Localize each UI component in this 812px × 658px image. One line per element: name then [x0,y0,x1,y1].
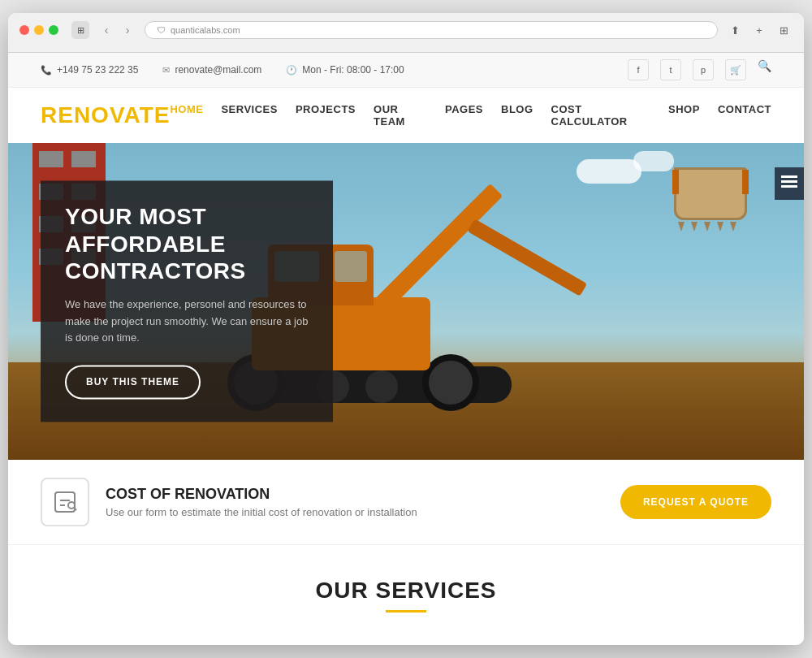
request-quote-button[interactable]: REQUEST A QUOTE [620,485,771,519]
grid-view-button[interactable]: ⊞ [71,21,89,39]
minimize-button[interactable] [34,25,44,35]
nav-blog[interactable]: BLOG [501,103,533,128]
email-icon: ✉ [162,65,170,76]
nav-links: HOME SERVICES PROJECTS OUR TEAM PAGES BL… [170,103,771,128]
svg-point-6 [68,502,75,509]
maximize-button[interactable] [49,25,58,35]
nav-buttons: ‹ › [97,21,136,39]
browser-controls: ⊞ ‹ › 🛡 quanticalabs.com ⬆ + ⊞ [19,21,793,39]
twitter-icon[interactable]: t [660,59,681,80]
forward-button[interactable]: › [119,21,136,39]
security-icon: 🛡 [157,25,166,35]
browser-chrome: ⊞ ‹ › 🛡 quanticalabs.com ⬆ + ⊞ [8,13,804,53]
nav-our-team[interactable]: OUR TEAM [374,103,427,128]
renovation-icon [41,478,89,526]
nav-services[interactable]: SERVICES [221,103,278,128]
nav-contact[interactable]: CONTACT [718,103,771,128]
browser-actions: ⬆ + ⊞ [726,21,793,39]
mid-wheel-2 [365,370,398,403]
navbar: RENOVATE HOME SERVICES PROJECTS OUR TEAM… [8,88,804,143]
facebook-icon[interactable]: f [628,59,649,80]
tabs-overview-button[interactable]: ⊞ [775,21,793,39]
back-button[interactable]: ‹ [97,21,115,39]
sidebar-toggle-button[interactable] [775,167,804,200]
hero-subtitle: We have the experience, personel and res… [65,297,309,347]
address-bar[interactable]: 🛡 quanticalabs.com [145,21,718,39]
cloud-1 [577,159,641,184]
close-button[interactable] [19,25,29,35]
pinterest-icon[interactable]: p [693,59,714,80]
window-buttons: ⊞ [71,21,89,39]
search-icon[interactable]: 🔍 [758,59,771,80]
hero-title: YOUR MOST AFFORDABLE CONTRACTORS [65,203,309,285]
share-button[interactable]: ⬆ [726,21,744,39]
social-links: f t p 🛒 🔍 [628,59,771,80]
hero-section: YOUR MOST AFFORDABLE CONTRACTORS We have… [8,143,804,460]
quote-bar: COST OF RENOVATION Use our form to estim… [8,460,804,545]
hero-text-box: YOUR MOST AFFORDABLE CONTRACTORS We have… [41,180,333,422]
hero-content: YOUR MOST AFFORDABLE CONTRACTORS We have… [41,180,333,422]
nav-shop[interactable]: SHOP [668,103,700,128]
nav-home[interactable]: HOME [170,103,203,128]
svg-rect-1 [781,180,797,183]
quote-text: COST OF RENOVATION Use our form to estim… [106,486,604,518]
quote-description: Use our form to estimate the initial cos… [106,506,604,518]
website-content: 📞 +149 75 23 222 35 ✉ renovate@mail.com … [8,53,804,645]
browser-window: ⊞ ‹ › 🛡 quanticalabs.com ⬆ + ⊞ 📞 +149 75… [8,13,804,645]
cabin-window-2 [335,251,367,282]
url-text: quanticalabs.com [171,25,240,35]
svg-rect-0 [781,175,797,178]
business-hours: Mon - Fri: 08:00 - 17:00 [302,64,404,76]
phone-info: 📞 +149 75 23 222 35 [41,64,138,76]
services-title: OUR SERVICES [41,578,771,604]
phone-icon: 📞 [41,65,52,76]
email-info: ✉ renovate@mail.com [162,64,261,76]
services-section: OUR SERVICES [8,545,804,645]
nav-projects[interactable]: PROJECTS [296,103,356,128]
rear-wheel [422,354,479,411]
traffic-lights [19,25,58,35]
phone-number: +149 75 23 222 35 [57,64,138,76]
cart-icon[interactable]: 🛒 [725,59,746,80]
add-tab-button[interactable]: + [750,21,768,39]
nav-cost-calculator[interactable]: COST CALCULATOR [551,103,651,128]
site-logo[interactable]: RENOVATE [41,102,170,128]
services-underline [386,610,426,613]
bucket [674,167,755,228]
clock-icon: 🕐 [286,65,297,76]
cloud-2 [633,151,674,171]
quote-title: COST OF RENOVATION [106,486,604,503]
svg-rect-2 [781,185,797,188]
buy-theme-button[interactable]: BUY THIS THEME [65,366,201,400]
top-bar: 📞 +149 75 23 222 35 ✉ renovate@mail.com … [8,53,804,88]
email-address: renovate@mail.com [175,64,261,76]
nav-pages[interactable]: PAGES [445,103,483,128]
hours-info: 🕐 Mon - Fri: 08:00 - 17:00 [286,64,404,76]
